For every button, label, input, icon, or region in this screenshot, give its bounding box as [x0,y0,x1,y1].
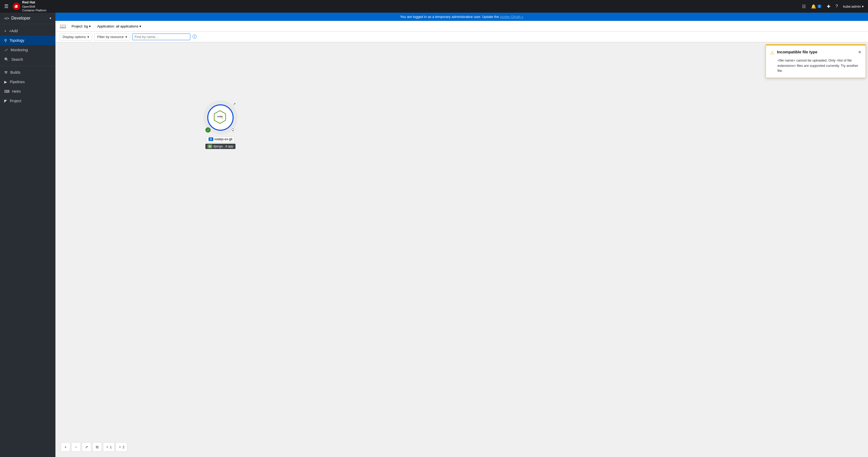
node-name: nodejs-ex-git [214,137,232,141]
project-selector-chevron: ▾ [89,24,91,28]
context-icon: </> [4,17,9,20]
sidebar-item-topology[interactable]: ⚲ Topology [0,36,56,45]
info-icon[interactable]: ⓘ [192,34,197,39]
filter-by-resource-button[interactable]: Filter by resource ▾ [94,33,130,40]
add-nav-icon: + [4,29,6,33]
hamburger-menu[interactable]: ☰ [4,3,8,9]
layout2-icon: ✧ [119,445,121,449]
monitoring-nav-icon: ⍻ [4,48,8,52]
notification-body: <file name> cannot be uploaded. Only <li… [770,58,861,74]
app-label: A django...it-app [206,144,236,149]
sidebar-item-builds[interactable]: ⚒ Builds [0,68,56,77]
app-badge-a: A [208,144,212,148]
zoom-out-button[interactable]: − [71,442,81,452]
topology-nav-icon: ⚲ [4,38,7,42]
sidebar-item-monitoring-label: Monitoring [10,48,28,52]
brand-platform: Container Platform [22,8,46,12]
notification-close-button[interactable]: ✕ [858,50,861,55]
svg-point-4 [232,128,234,131]
brand-logo: Red Hat OpenShift Container Platform [13,0,802,12]
content-area: You are logged in as a temporary adminis… [56,13,868,457]
context-label: Developer [11,16,31,21]
context-switcher[interactable]: </> Developer ▾ [0,13,56,24]
sidebar-item-helm[interactable]: ⌨ Helm [0,87,56,96]
add-icon[interactable]: ✚ [827,4,830,9]
user-label: kube:admin [843,4,861,8]
project-selector[interactable]: Project: bg ▾ [69,23,93,29]
context-arrow-icon: ▾ [50,17,51,20]
banner-link[interactable]: cluster OAuth c [500,15,523,19]
sidebar-item-add[interactable]: + +Add [0,26,56,36]
filter-by-resource-chevron: ▾ [125,35,127,39]
node-badge-d: D [209,137,213,141]
svg-point-3 [222,118,223,119]
notifications-icon[interactable]: 🔔 2 [811,4,822,9]
sidebar-item-add-label: +Add [9,29,18,33]
display-options-label: Display options [63,35,86,39]
node-outer-ring[interactable]: node ↗ ✓ [203,101,238,135]
brand-product: OpenShift [22,5,46,8]
warning-icon: ⚠ [770,50,774,56]
sidebar-item-project[interactable]: ◤ Project [0,96,56,106]
redhat-logo-icon [13,3,20,10]
display-options-chevron: ▾ [87,35,89,39]
node-circle: node [207,104,234,131]
sidebar-item-helm-label: Helm [12,89,21,93]
bottom-controls: + − ➚ ⧉ ✧ 1 ✧ 2 [61,442,127,452]
app-body: </> Developer ▾ + +Add ⚲ Topology ⍻ Moni… [0,13,868,457]
builds-nav-icon: ⚒ [4,70,8,75]
sidebar-item-topology-label: Topology [9,38,24,42]
display-options-button[interactable]: Display options ▾ [60,33,92,40]
svg-text:node: node [217,115,223,118]
layout2-button[interactable]: ✧ 2 [116,442,127,452]
project-toolbar: 📖 Project: bg ▾ Application: all applica… [56,21,868,32]
sidebar-item-pipelines[interactable]: ▶ Pipelines [0,77,56,87]
brand-name: Red Hat [22,0,46,5]
notification-popup: ⚠ Incompatible file type ✕ <file name> c… [766,45,866,78]
info-banner: You are logged in as a temporary adminis… [56,13,868,21]
layout1-label: 1 [110,445,112,449]
pipelines-nav-icon: ▶ [4,80,7,84]
node-external-link-icon[interactable]: ↗ [232,102,237,107]
reset-view-button[interactable]: ⧉ [92,442,102,452]
search-box[interactable] [132,33,190,40]
zoom-in-button[interactable]: + [61,442,70,452]
grid-icon[interactable]: ☷ [802,4,806,9]
application-selector-chevron: ▾ [140,24,141,28]
nodejs-logo-icon: node [213,110,228,125]
fit-screen-button[interactable]: ➚ [82,442,91,452]
notification-badge: 2 [817,4,822,8]
application-selector[interactable]: Application: all applications ▾ [95,23,143,29]
sidebar-item-monitoring[interactable]: ⍻ Monitoring [0,45,56,55]
sidebar-item-search[interactable]: 🔍 Search [0,55,56,64]
top-navigation: ☰ Red Hat OpenShift Container Platform ☷… [0,0,868,13]
application-selector-label: Application: all applications [97,24,138,28]
search-nav-icon: 🔍 [4,57,9,61]
search-input[interactable] [135,35,188,39]
sidebar-item-project-label: Project [10,99,21,103]
node-status-ok-icon: ✓ [206,127,211,133]
layout1-button[interactable]: ✧ 1 [103,442,115,452]
user-menu[interactable]: kube:admin ▾ [843,4,864,8]
book-icon: 📖 [60,23,66,29]
help-icon[interactable]: ? [836,4,838,9]
notification-title: Incompatible file type [777,50,855,54]
layout2-label: 2 [123,445,124,449]
app-name: django...it-app [213,144,234,148]
sidebar: </> Developer ▾ + +Add ⚲ Topology ⍻ Moni… [0,13,56,457]
project-selector-label: Project: bg [71,24,88,28]
topology-canvas[interactable]: node ↗ ✓ [56,42,868,457]
node-github-icon[interactable] [230,127,236,133]
banner-text: You are logged in as a temporary adminis… [400,15,500,19]
filter-bar: Display options ▾ Filter by resource ▾ ⓘ [56,32,868,42]
layout1-icon: ✧ [106,445,109,449]
sidebar-item-builds-label: Builds [10,70,20,75]
user-menu-chevron: ▾ [862,4,864,8]
notification-header: ⚠ Incompatible file type ✕ [770,50,861,56]
project-nav-icon: ◤ [4,99,7,103]
node-label: D nodejs-ex-git [206,136,235,142]
helm-nav-icon: ⌨ [4,89,9,93]
filter-by-resource-label: Filter by resource [97,35,124,39]
sidebar-item-pipelines-label: Pipelines [10,80,25,84]
top-nav-actions: ☷ 🔔 2 ✚ ? kube:admin ▾ [802,4,864,9]
